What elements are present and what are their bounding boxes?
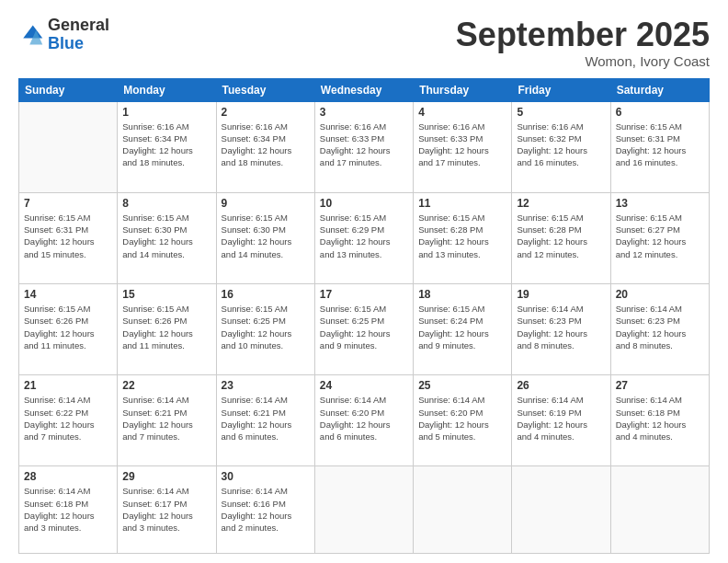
table-row [414, 466, 512, 554]
day-info: Sunrise: 6:15 AM Sunset: 6:29 PM Dayligh… [320, 212, 408, 260]
day-number: 3 [320, 106, 408, 119]
table-row: 11Sunrise: 6:15 AM Sunset: 6:28 PM Dayli… [414, 192, 512, 283]
day-number: 2 [222, 106, 310, 119]
table-row: 6Sunrise: 6:15 AM Sunset: 6:31 PM Daylig… [610, 101, 709, 192]
day-info: Sunrise: 6:16 AM Sunset: 6:34 PM Dayligh… [222, 121, 310, 169]
col-monday: Monday [118, 78, 216, 101]
table-row: 10Sunrise: 6:15 AM Sunset: 6:29 PM Dayli… [314, 192, 413, 283]
calendar: Sunday Monday Tuesday Wednesday Thursday… [18, 78, 710, 554]
col-tuesday: Tuesday [216, 78, 314, 101]
day-info: Sunrise: 6:15 AM Sunset: 6:24 PM Dayligh… [418, 303, 506, 351]
table-row: 24Sunrise: 6:14 AM Sunset: 6:20 PM Dayli… [314, 375, 413, 466]
day-number: 26 [517, 379, 605, 392]
table-row: 2Sunrise: 6:16 AM Sunset: 6:34 PM Daylig… [216, 101, 314, 192]
day-number: 7 [24, 197, 112, 210]
day-number: 16 [222, 288, 310, 301]
table-row: 16Sunrise: 6:15 AM Sunset: 6:25 PM Dayli… [216, 284, 314, 375]
day-number: 17 [320, 288, 408, 301]
day-info: Sunrise: 6:15 AM Sunset: 6:31 PM Dayligh… [24, 212, 112, 260]
table-row: 28Sunrise: 6:14 AM Sunset: 6:18 PM Dayli… [19, 466, 118, 554]
table-row [19, 101, 118, 192]
day-number: 21 [24, 379, 112, 392]
header: General Blue September 2025 Womon, Ivory… [18, 17, 710, 69]
table-row: 27Sunrise: 6:14 AM Sunset: 6:18 PM Dayli… [610, 375, 709, 466]
table-row: 13Sunrise: 6:15 AM Sunset: 6:27 PM Dayli… [610, 192, 709, 283]
col-sunday: Sunday [19, 78, 118, 101]
table-row: 21Sunrise: 6:14 AM Sunset: 6:22 PM Dayli… [19, 375, 118, 466]
day-number: 1 [122, 106, 210, 119]
day-number: 30 [222, 470, 310, 483]
day-number: 23 [222, 379, 310, 392]
table-row: 1Sunrise: 6:16 AM Sunset: 6:34 PM Daylig… [118, 101, 216, 192]
day-info: Sunrise: 6:15 AM Sunset: 6:25 PM Dayligh… [320, 303, 408, 351]
table-row: 25Sunrise: 6:14 AM Sunset: 6:20 PM Dayli… [414, 375, 512, 466]
col-friday: Friday [512, 78, 610, 101]
table-row: 23Sunrise: 6:14 AM Sunset: 6:21 PM Dayli… [216, 375, 314, 466]
day-info: Sunrise: 6:15 AM Sunset: 6:30 PM Dayligh… [122, 212, 210, 260]
day-info: Sunrise: 6:14 AM Sunset: 6:20 PM Dayligh… [320, 394, 408, 442]
day-number: 27 [616, 379, 704, 392]
table-row: 3Sunrise: 6:16 AM Sunset: 6:33 PM Daylig… [314, 101, 413, 192]
table-row: 30Sunrise: 6:14 AM Sunset: 6:16 PM Dayli… [216, 466, 314, 554]
day-info: Sunrise: 6:15 AM Sunset: 6:26 PM Dayligh… [122, 303, 210, 351]
table-row: 18Sunrise: 6:15 AM Sunset: 6:24 PM Dayli… [414, 284, 512, 375]
logo-text-general: General [48, 17, 109, 35]
day-info: Sunrise: 6:14 AM Sunset: 6:16 PM Dayligh… [222, 485, 310, 534]
day-number: 25 [418, 379, 506, 392]
day-number: 4 [418, 106, 506, 119]
day-info: Sunrise: 6:14 AM Sunset: 6:21 PM Dayligh… [222, 394, 310, 442]
day-info: Sunrise: 6:14 AM Sunset: 6:18 PM Dayligh… [616, 394, 704, 442]
col-thursday: Thursday [414, 78, 512, 101]
day-number: 6 [616, 106, 704, 119]
day-number: 22 [122, 379, 210, 392]
day-info: Sunrise: 6:15 AM Sunset: 6:31 PM Dayligh… [616, 121, 704, 169]
day-number: 10 [320, 197, 408, 210]
table-row: 12Sunrise: 6:15 AM Sunset: 6:28 PM Dayli… [512, 192, 610, 283]
location: Womon, Ivory Coast [456, 53, 710, 69]
table-row: 26Sunrise: 6:14 AM Sunset: 6:19 PM Dayli… [512, 375, 610, 466]
day-number: 18 [418, 288, 506, 301]
day-info: Sunrise: 6:15 AM Sunset: 6:26 PM Dayligh… [24, 303, 112, 351]
day-info: Sunrise: 6:14 AM Sunset: 6:17 PM Dayligh… [122, 485, 210, 534]
day-info: Sunrise: 6:14 AM Sunset: 6:19 PM Dayligh… [517, 394, 605, 442]
day-info: Sunrise: 6:14 AM Sunset: 6:22 PM Dayligh… [24, 394, 112, 442]
day-info: Sunrise: 6:14 AM Sunset: 6:23 PM Dayligh… [616, 303, 704, 351]
table-row: 9Sunrise: 6:15 AM Sunset: 6:30 PM Daylig… [216, 192, 314, 283]
table-row: 17Sunrise: 6:15 AM Sunset: 6:25 PM Dayli… [314, 284, 413, 375]
day-number: 15 [122, 288, 210, 301]
day-info: Sunrise: 6:16 AM Sunset: 6:33 PM Dayligh… [320, 121, 408, 169]
day-number: 5 [517, 106, 605, 119]
table-row [314, 466, 413, 554]
table-row: 29Sunrise: 6:14 AM Sunset: 6:17 PM Dayli… [118, 466, 216, 554]
day-number: 20 [616, 288, 704, 301]
svg-marker-0 [23, 25, 42, 38]
table-row: 5Sunrise: 6:16 AM Sunset: 6:32 PM Daylig… [512, 101, 610, 192]
day-info: Sunrise: 6:14 AM Sunset: 6:18 PM Dayligh… [24, 485, 112, 534]
table-row: 7Sunrise: 6:15 AM Sunset: 6:31 PM Daylig… [19, 192, 118, 283]
day-info: Sunrise: 6:14 AM Sunset: 6:21 PM Dayligh… [122, 394, 210, 442]
day-number: 14 [24, 288, 112, 301]
month-title: September 2025 [456, 17, 710, 53]
day-number: 13 [616, 197, 704, 210]
logo: General Blue [18, 17, 109, 53]
day-number: 11 [418, 197, 506, 210]
day-number: 8 [122, 197, 210, 210]
title-block: September 2025 Womon, Ivory Coast [456, 17, 710, 69]
day-info: Sunrise: 6:15 AM Sunset: 6:28 PM Dayligh… [418, 212, 506, 260]
table-row: 20Sunrise: 6:14 AM Sunset: 6:23 PM Dayli… [610, 284, 709, 375]
table-row: 4Sunrise: 6:16 AM Sunset: 6:33 PM Daylig… [414, 101, 512, 192]
table-row: 14Sunrise: 6:15 AM Sunset: 6:26 PM Dayli… [19, 284, 118, 375]
day-number: 28 [24, 470, 112, 483]
day-info: Sunrise: 6:15 AM Sunset: 6:25 PM Dayligh… [222, 303, 310, 351]
day-number: 9 [222, 197, 310, 210]
table-row [512, 466, 610, 554]
day-number: 12 [517, 197, 605, 210]
logo-text-blue: Blue [48, 35, 109, 53]
table-row: 22Sunrise: 6:14 AM Sunset: 6:21 PM Dayli… [118, 375, 216, 466]
table-row: 15Sunrise: 6:15 AM Sunset: 6:26 PM Dayli… [118, 284, 216, 375]
day-info: Sunrise: 6:15 AM Sunset: 6:27 PM Dayligh… [616, 212, 704, 260]
day-info: Sunrise: 6:15 AM Sunset: 6:28 PM Dayligh… [517, 212, 605, 260]
col-wednesday: Wednesday [314, 78, 413, 101]
day-info: Sunrise: 6:15 AM Sunset: 6:30 PM Dayligh… [222, 212, 310, 260]
day-info: Sunrise: 6:16 AM Sunset: 6:33 PM Dayligh… [418, 121, 506, 169]
